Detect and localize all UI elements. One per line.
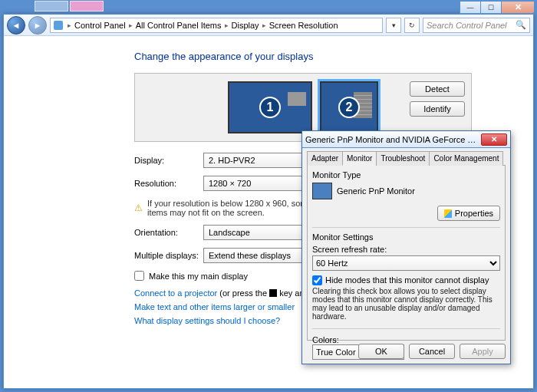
refresh-button[interactable]: ↻: [404, 18, 420, 33]
hide-modes-label: Hide modes that this monitor cannot disp…: [325, 275, 489, 285]
crumb-screen-resolution: Screen Resolution: [269, 21, 338, 30]
monitor-number-badge: 2: [338, 97, 360, 118]
display-label: Display:: [134, 156, 203, 165]
breadcrumb-dropdown[interactable]: ▾: [386, 18, 401, 33]
tab-color-management[interactable]: Color Management: [429, 151, 503, 166]
dialog-tabs: Adapter Monitor Troubleshoot Color Manag…: [307, 151, 506, 166]
page-title: Change the appearance of your displays: [134, 51, 515, 62]
refresh-rate-select[interactable]: 60 Hertz: [312, 255, 500, 271]
tab-troubleshoot[interactable]: Troubleshoot: [376, 151, 430, 166]
window-chrome-buttons: — ☐ ✕: [460, 2, 535, 14]
close-button[interactable]: ✕: [501, 2, 535, 14]
address-toolbar: ◄ ► ▸ Control Panel ▸ All Control Panel …: [4, 15, 533, 36]
identify-button[interactable]: Identify: [410, 101, 465, 117]
crumb-control-panel[interactable]: Control Panel: [74, 21, 126, 30]
detect-button[interactable]: Detect: [410, 81, 465, 97]
monitor-properties-dialog: Generic PnP Monitor and NVIDIA GeForce G…: [301, 130, 511, 364]
hide-modes-hint: Clearing this check box allows you to se…: [312, 287, 500, 321]
taskbar-thumb[interactable]: [35, 1, 68, 12]
search-input[interactable]: Search Control Panel 🔍: [423, 18, 530, 33]
dialog-footer: OK Cancel Apply: [358, 344, 506, 359]
refresh-rate-label: Screen refresh rate:: [312, 245, 500, 254]
back-button[interactable]: ◄: [7, 16, 25, 35]
resolution-warning: If your resolution is below 1280 x 960, …: [147, 199, 326, 217]
crumb-all-items[interactable]: All Control Panel Items: [136, 21, 222, 30]
monitor-settings-group-label: Monitor Settings: [312, 232, 500, 242]
apply-button[interactable]: Apply: [460, 344, 506, 359]
forward-icon: ►: [34, 21, 42, 30]
close-icon: ✕: [515, 2, 522, 12]
hide-modes-checkbox[interactable]: [312, 275, 322, 285]
main-display-label: Make this my main display: [149, 272, 248, 281]
back-icon: ◄: [12, 21, 21, 30]
warning-icon: ⚠: [134, 203, 143, 213]
chevron-right-icon: ▸: [262, 21, 266, 29]
search-placeholder: Search Control Panel: [427, 21, 507, 30]
monitor-number-badge: 1: [259, 97, 281, 118]
minimize-button[interactable]: —: [460, 2, 481, 14]
monitor-properties-button[interactable]: Properties: [437, 206, 500, 221]
windows-key-icon: [269, 289, 277, 297]
maximize-icon: ☐: [488, 4, 494, 12]
minimize-icon: —: [467, 4, 474, 12]
search-icon: 🔍: [516, 20, 526, 30]
resolution-label: Resolution:: [134, 179, 203, 188]
chevron-right-icon: ▸: [129, 21, 133, 29]
dialog-title: Generic PnP Monitor and NVIDIA GeForce G…: [305, 135, 478, 144]
crumb-display[interactable]: Display: [232, 21, 259, 30]
orientation-label: Orientation:: [134, 228, 203, 237]
maximize-button[interactable]: ☐: [480, 2, 502, 14]
connect-projector-link[interactable]: Connect to a projector: [134, 288, 217, 298]
tab-adapter[interactable]: Adapter: [307, 151, 343, 166]
taskbar-thumb[interactable]: [70, 1, 104, 12]
multiple-displays-label: Multiple displays:: [134, 251, 203, 260]
control-panel-icon: [54, 21, 63, 30]
dialog-titlebar[interactable]: Generic PnP Monitor and NVIDIA GeForce G…: [302, 131, 510, 148]
colors-label: Colors:: [312, 335, 339, 344]
tab-monitor[interactable]: Monitor: [342, 151, 377, 166]
chevron-right-icon: ▸: [225, 21, 229, 29]
dialog-close-button[interactable]: ✕: [481, 133, 507, 146]
chevron-right-icon: ▸: [68, 21, 71, 29]
properties-button-label: Properties: [455, 209, 493, 218]
ok-button[interactable]: OK: [358, 344, 404, 359]
dialog-body: Adapter Monitor Troubleshoot Color Manag…: [302, 148, 510, 344]
monitor-type-group-label: Monitor Type: [312, 170, 500, 180]
monitor-icon: [312, 183, 332, 199]
monitor-1[interactable]: 1: [228, 81, 312, 133]
monitor-name: Generic PnP Monitor: [337, 186, 415, 196]
close-icon: ✕: [491, 135, 497, 143]
uac-shield-icon: [444, 209, 452, 218]
breadcrumb[interactable]: ▸ Control Panel ▸ All Control Panel Item…: [50, 18, 383, 33]
cancel-button[interactable]: Cancel: [409, 344, 455, 359]
monitor-2[interactable]: 2: [320, 81, 378, 133]
projector-hint: (or press the: [219, 288, 269, 298]
forward-button[interactable]: ►: [28, 16, 47, 35]
main-display-checkbox[interactable]: [134, 271, 144, 281]
taskbar-thumbnails: [35, 1, 104, 12]
monitor-tab-pane: Monitor Type Generic PnP Monitor Propert…: [307, 166, 506, 341]
